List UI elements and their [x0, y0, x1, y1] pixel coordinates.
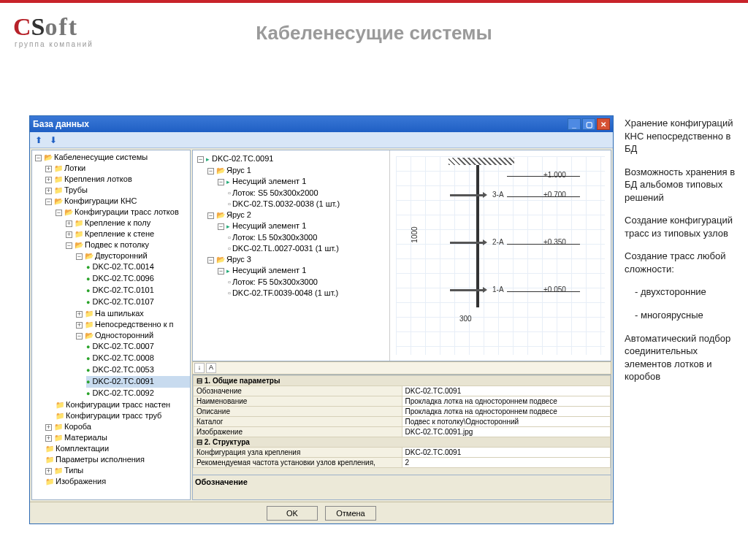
ok-button[interactable]: OK	[267, 506, 318, 521]
cfg-y2-d[interactable]: DKC-02.TL.0027-0031 (1 шт.)	[232, 244, 339, 253]
prop-val-obozn[interactable]: DKC-02.TC.0091	[402, 386, 611, 396]
tree-truby[interactable]: Трубы	[64, 185, 88, 194]
val-2a: +0.350	[543, 238, 566, 246]
window-title: База данных	[33, 119, 89, 129]
close-button[interactable]: ✕	[597, 118, 610, 130]
drawing-preview: 3-A 2-A 1-A +1.000 +0.700 +0.350 +0.050 …	[390, 150, 611, 361]
tree-podv[interactable]: Подвес к потолку	[85, 240, 149, 249]
prop-key-freq: Рекомендуемая частота установки узлов кр…	[194, 458, 402, 468]
cfg-y2-ne[interactable]: Несущий элемент 1	[232, 221, 306, 230]
config-tree-panel[interactable]: −DKC-02.TC.0091 −Ярус 1 −Несущий элемент…	[193, 150, 390, 361]
item-d1[interactable]: DKC-02.TC.0014	[92, 262, 153, 271]
val-top: +1.000	[543, 171, 566, 179]
properties-grid[interactable]: ⊟ 1. Общие параметры ОбозначениеDKC-02.T…	[192, 375, 611, 475]
prop-val-konf[interactable]: DKC-02.TC.0091	[402, 448, 611, 458]
vdim: 1000	[411, 226, 419, 242]
item-d4[interactable]: DKC-02.TC.0107	[92, 297, 153, 306]
prop-val-name[interactable]: Прокладка лотка на одностороннем подвесе	[402, 396, 611, 407]
prop-key-img: Изображение	[194, 427, 402, 437]
tree-ksten[interactable]: Крепление к стене	[85, 229, 154, 238]
cfg-y1-d[interactable]: DKC-02.TS.0032-0038 (1 шт.)	[232, 199, 340, 208]
prop-key-cat: Каталог	[194, 417, 402, 427]
tree-param[interactable]: Параметры исполнения	[56, 455, 145, 464]
ceiling-hatch	[449, 158, 514, 165]
hanger-rod	[476, 165, 479, 307]
window-toolbar: ⬆ ⬇	[30, 132, 613, 148]
left-tree-panel[interactable]: −Кабеленесущие системы +Лотки +Крепления…	[31, 150, 191, 500]
categorize-icon[interactable]: A	[206, 363, 216, 373]
up-arrow-icon[interactable]: ⬆	[33, 134, 45, 146]
tree-dvust[interactable]: Двусторонний	[95, 251, 148, 260]
item-d3[interactable]: DKC-02.TC.0101	[92, 285, 153, 294]
bullet-3: Создание конфигураций трасс из типовых у…	[625, 214, 741, 239]
prop-val-img[interactable]: DKC-02.TC.0091.jpg	[402, 427, 611, 437]
tree-lotki[interactable]: Лотки	[64, 164, 85, 172]
tree-odnost[interactable]: Односторонний	[95, 331, 153, 340]
arm-3a	[450, 194, 485, 196]
item-o4-selected[interactable]: DKC-02.TC.0091	[92, 377, 153, 386]
cfg-y1-ne[interactable]: Несущий элемент 1	[232, 177, 306, 185]
prop-val-cat[interactable]: Подвес к потолку\Односторонний	[402, 417, 611, 427]
cfg-y3[interactable]: Ярус 3	[226, 255, 251, 264]
item-o1[interactable]: DKC-02.TC.0007	[92, 342, 153, 350]
props-group1: 1. Общие параметры	[205, 377, 280, 385]
lbl-3a: 3-A	[492, 191, 504, 199]
minimize-button[interactable]: _	[568, 118, 581, 130]
item-o2[interactable]: DKC-02.TC.0008	[92, 353, 153, 362]
prop-key-desc: Описание	[194, 407, 402, 417]
cfg-y1-l[interactable]: Лоток: S5 50x300x2000	[232, 188, 318, 197]
val-3a: +0.700	[543, 191, 566, 199]
tree-ktr[interactable]: Конфигурации трасс труб	[66, 411, 161, 420]
cfg-y3-l[interactable]: Лоток: F5 50x300x3000	[232, 277, 318, 286]
cfg-y1[interactable]: Ярус 1	[226, 166, 251, 174]
bullet-2: Возможность хранения в БД альбомов типов…	[625, 166, 741, 204]
props-group2: 2. Структура	[205, 438, 250, 446]
val-1a: +0.050	[543, 285, 566, 294]
slide-title: Кабеленесущие системы	[0, 22, 748, 45]
cfg-y3-d[interactable]: DKC-02.TF.0039-0048 (1 шт.)	[232, 288, 338, 297]
prop-key-name: Наименование	[194, 396, 402, 407]
tree-koroba[interactable]: Короба	[64, 422, 91, 431]
database-window: База данных _ ▢ ✕ ⬆ ⬇ −Кабеленесущие сис…	[29, 115, 614, 524]
item-o5[interactable]: DKC-02.TC.0092	[92, 388, 153, 397]
tree-nepot[interactable]: Непосредственно к п	[95, 320, 174, 329]
prop-val-freq[interactable]: 2	[402, 458, 611, 468]
tree-komp[interactable]: Комплектации	[56, 444, 109, 453]
bullet-4a: - двухсторонние	[625, 285, 741, 299]
props-toolbar: ↓ A	[192, 361, 611, 375]
tree-krepl[interactable]: Крепления лотков	[64, 174, 132, 183]
tree-mat[interactable]: Материалы	[64, 433, 107, 442]
cfg-root[interactable]: DKC-02.TC.0091	[212, 154, 273, 163]
lbl-2a: 2-A	[492, 238, 504, 246]
cfg-y2[interactable]: Ярус 2	[226, 210, 251, 219]
prop-val-desc[interactable]: Прокладка лотка на одностороннем подвесе	[402, 407, 611, 417]
bullet-1: Хранение конфигураций КНС непосредственн…	[625, 117, 741, 156]
cfg-y3-ne[interactable]: Несущий элемент 1	[232, 266, 306, 275]
cancel-button[interactable]: Отмена	[325, 506, 376, 521]
sort-az-icon[interactable]: ↓	[194, 363, 205, 373]
down-arrow-icon[interactable]: ⬇	[47, 134, 59, 146]
lbl-1a: 1-A	[492, 285, 504, 294]
hdim: 300	[459, 315, 472, 323]
slide-accent-bar	[0, 0, 748, 3]
maximize-button[interactable]: ▢	[582, 118, 595, 130]
prop-key-konf: Конфигурация узла крепления	[194, 448, 402, 458]
cfg-y2-l[interactable]: Лоток: L5 50x300x3000	[232, 233, 317, 242]
tree-kpol[interactable]: Крепление к полу	[85, 218, 150, 227]
dialog-footer: OK Отмена	[30, 502, 613, 523]
window-titlebar[interactable]: База данных _ ▢ ✕	[30, 116, 613, 132]
tree-shpil[interactable]: На шпильках	[95, 309, 144, 318]
tree-konf[interactable]: Конфигурации КНС	[64, 196, 137, 205]
tree-izob[interactable]: Изображения	[56, 477, 106, 486]
item-d2[interactable]: DKC-02.TC.0096	[92, 274, 153, 283]
tree-ktn[interactable]: Конфигурации трасс настен	[66, 400, 170, 409]
bullet-4b: - многоярусные	[625, 309, 741, 322]
bullet-5: Автоматический подбор соединительных эле…	[625, 332, 741, 383]
bullet-4: Создание трасс любой сложности:	[625, 250, 741, 275]
tree-root[interactable]: Кабеленесущие системы	[54, 153, 148, 161]
arm-1a	[450, 289, 485, 291]
prop-key-obozn: Обозначение	[194, 386, 402, 396]
tree-ktl[interactable]: Конфигурации трасс лотков	[75, 207, 179, 216]
tree-tipy[interactable]: Типы	[64, 466, 83, 475]
item-o3[interactable]: DKC-02.TC.0053	[92, 365, 153, 374]
